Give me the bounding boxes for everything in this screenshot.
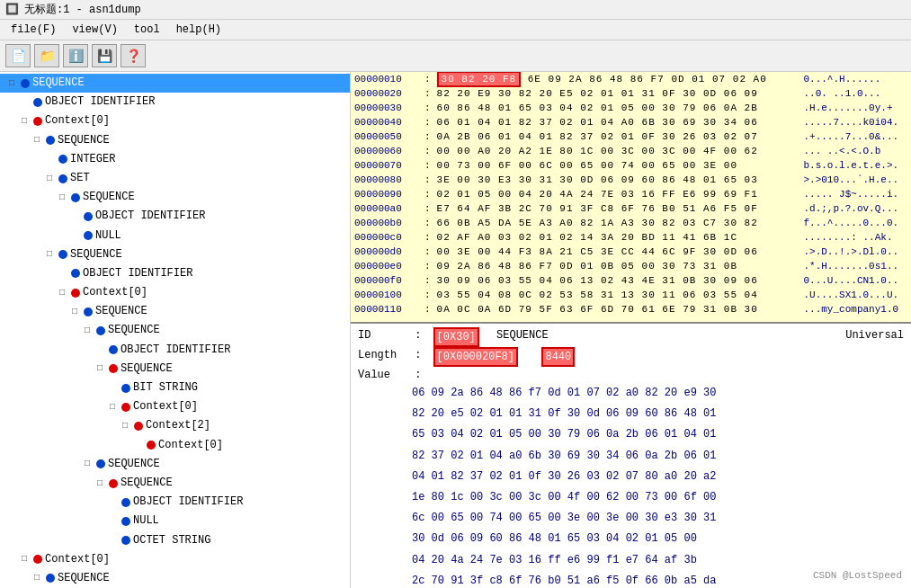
tree-item-oid-1[interactable]: OBJECT IDENTIFIER [0,93,350,111]
label-seq-26: SEQUENCE [58,570,110,587]
hex-bytes-0: 30 82 20 F8 6E 09 2A 86 48 86 F7 0D 01 0… [433,72,800,86]
tree-item-seq-20[interactable]: □ SEQUENCE [0,455,350,474]
expand-10 [56,266,68,281]
main-area: □ SEQUENCE OBJECT IDENTIFIER □ Context[0… [0,72,911,588]
tree-item-seq-21[interactable]: □ SEQUENCE [0,474,350,493]
expand-7 [68,209,81,224]
tree-item-int-4[interactable]: INTEGER [0,150,350,169]
expand-20[interactable]: □ [81,457,94,471]
tree-item-ctx2-18[interactable]: □ Context[2] [0,416,350,435]
expand-26[interactable]: □ [31,571,43,585]
hex-addr-11: 000000c0 [351,230,423,245]
hex-ascii-4: .+.....7...0&... [799,129,911,144]
tree-item-oid-22[interactable]: OBJECT IDENTIFIER [0,493,350,512]
hex-panel[interactable]: 00000010 : 30 82 20 F8 6E 09 2A 86 48 86… [351,72,911,324]
info-id-type: SEQUENCE [496,327,549,347]
tree-item-ctx0-19[interactable]: Context[0] [0,436,350,455]
expand-2[interactable]: □ [18,114,31,129]
expand-0[interactable]: □ [5,76,18,91]
tree-item-seq-26[interactable]: □ SEQUENCE [0,569,350,588]
expand-18[interactable]: □ [119,419,131,433]
label-sequence-root: SEQUENCE [32,75,85,92]
expand-6[interactable]: □ [56,191,68,205]
tree-item-ctx0-25[interactable]: □ Context[0] [0,550,350,569]
tree-item-octetstr-24[interactable]: OCTET STRING [0,531,350,550]
label-oid-14: OBJECT IDENTIFIER [121,342,230,359]
expand-12[interactable]: □ [68,305,81,319]
dot-seq-3 [46,136,55,145]
hex-addr-14: 000000f0 [351,273,423,288]
expand-16 [106,381,119,396]
expand-17[interactable]: □ [106,400,119,414]
hex-addr-15: 00000100 [351,288,423,302]
tree-item-null-23[interactable]: NULL [0,512,350,530]
dot-null-8 [84,231,93,240]
hex-row-8: 00000090 : 02 01 05 00 04 20 4A 24 7E 03… [351,187,911,201]
expand-25[interactable]: □ [18,552,31,566]
tree-item-oid-14[interactable]: OBJECT IDENTIFIER [0,341,350,360]
tree-item-ctx0-17[interactable]: □ Context[0] [0,397,350,416]
label-ctx2-18: Context[2] [146,417,210,434]
tree-item-ctx0-11[interactable]: □ Context[0] [0,283,350,302]
hex-ascii-9: .d.;,p.?.ov.Q... [799,201,911,216]
tree-panel[interactable]: □ SEQUENCE OBJECT IDENTIFIER □ Context[0… [0,72,351,588]
tree-item-seq-13[interactable]: □ SEQUENCE [0,321,350,340]
hex-row-9: 000000a0 : E7 64 AF 3B 2C 70 91 3F C8 6F… [351,201,911,216]
tree-item-ctx0-2[interactable]: □ Context[0] [0,111,350,130]
expand-3[interactable]: □ [31,133,43,147]
tree-item-sequence-root[interactable]: □ SEQUENCE [0,74,350,93]
label-oid-1: OBJECT IDENTIFIER [45,94,155,111]
label-seq-3: SEQUENCE [58,132,110,149]
tree-item-set-5[interactable]: □ SET [0,169,350,188]
expand-5[interactable]: □ [43,172,56,186]
hex-addr-3: 00000040 [351,115,423,129]
toolbar-open[interactable]: 📁 [34,44,59,67]
hex-data-line-5: 1e 80 1c 00 3c 00 3c 00 4f 00 62 00 73 0… [412,487,904,508]
tree-item-seq-3[interactable]: □ SEQUENCE [0,131,350,150]
expand-4 [43,152,56,166]
toolbar-help[interactable]: ❓ [121,44,146,67]
tree-item-oid-10[interactable]: OBJECT IDENTIFIER [0,264,350,283]
tree-item-null-8[interactable]: NULL [0,227,350,245]
info-value-label: Value [358,367,403,383]
info-colon-id: : [408,327,428,347]
toolbar-info[interactable]: ℹ️ [63,44,88,67]
menu-file[interactable]: file(F) [4,22,63,38]
tree-item-oid-7[interactable]: OBJECT IDENTIFIER [0,207,350,226]
expand-14 [94,343,106,357]
tree-item-seq-6[interactable]: □ SEQUENCE [0,188,350,207]
info-length-bytes: 8440 [541,347,575,367]
hex-bytes-5: 00 00 A0 20 A2 1E 80 1C 00 3C 00 3C 00 4… [433,144,800,158]
label-oid-10: OBJECT IDENTIFIER [83,265,192,282]
tree-item-seq-9[interactable]: □ SEQUENCE [0,245,350,264]
menu-view[interactable]: view(V) [65,22,124,38]
tree-item-bitstr-16[interactable]: BIT STRING [0,379,350,397]
menu-help[interactable]: help(H) [169,22,228,38]
expand-13[interactable]: □ [81,324,94,338]
tree-content[interactable]: □ SEQUENCE OBJECT IDENTIFIER □ Context[0… [0,72,350,588]
hex-row-5: 00000060 : 00 00 A0 20 A2 1E 80 1C 00 3C… [351,144,911,158]
hex-highlight-0: 30 82 20 F8 [437,72,522,87]
label-octetstr-24: OCTET STRING [133,532,210,549]
toolbar-new[interactable]: 📄 [5,44,31,67]
expand-11[interactable]: □ [56,286,68,300]
label-ctx0-11: Context[0] [83,284,147,301]
toolbar-save[interactable]: 💾 [92,44,117,67]
dot-seq-13 [96,326,105,335]
info-length-value: [0X000020F8] [433,347,518,367]
hex-ascii-11: ........: ..Ak. [799,230,911,245]
hex-addr-16: 00000110 [351,302,423,316]
hex-ascii-6: b.s.o.l.e.t.e.>. [799,158,911,173]
tree-item-seq-15[interactable]: □ SEQUENCE [0,360,350,379]
menu-tool[interactable]: tool [127,22,167,38]
hex-row-12: 000000d0 : 00 3E 00 44 F3 8A 21 C5 3E CC… [351,245,911,259]
label-null-8: NULL [95,227,121,245]
expand-21[interactable]: □ [94,477,106,491]
expand-9[interactable]: □ [43,247,56,262]
expand-19 [131,438,144,452]
tree-item-seq-12[interactable]: □ SEQUENCE [0,302,350,321]
hex-data-line-4: 04 01 82 37 02 01 0f 30 26 03 02 07 80 a… [412,467,904,487]
hex-bytes-6: 00 73 00 6F 00 6C 00 65 00 74 00 65 00 3… [433,158,800,173]
hex-bytes-1: 82 20 E9 30 82 20 E5 02 01 01 31 0F 30 0… [433,86,800,101]
expand-15[interactable]: □ [94,361,106,376]
